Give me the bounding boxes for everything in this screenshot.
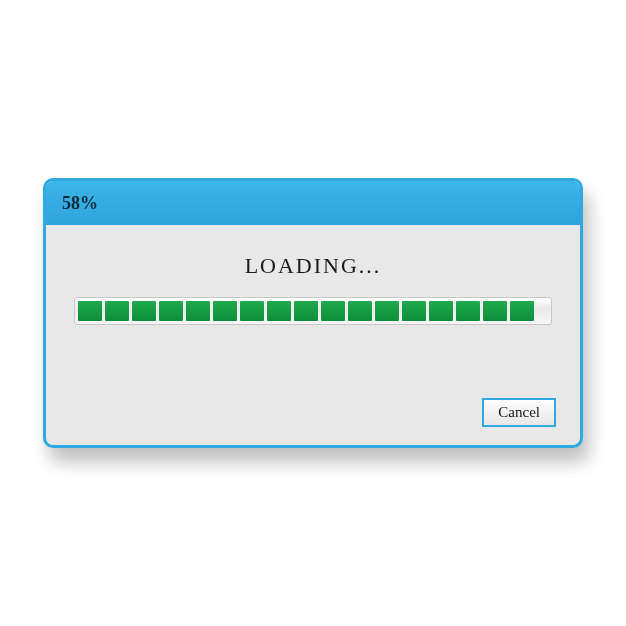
loading-dialog: 58% LOADING... Cancel	[43, 178, 583, 448]
button-row: Cancel	[482, 398, 556, 427]
dialog-content: LOADING... Cancel	[46, 225, 580, 445]
progress-segment	[429, 301, 453, 321]
cancel-button[interactable]: Cancel	[482, 398, 556, 427]
progress-segment	[483, 301, 507, 321]
titlebar: 58%	[46, 181, 580, 225]
progress-segment	[240, 301, 264, 321]
progress-segment	[456, 301, 480, 321]
progress-segment	[510, 301, 534, 321]
progress-segment	[402, 301, 426, 321]
progress-segment	[186, 301, 210, 321]
progress-segment	[321, 301, 345, 321]
progress-segment	[348, 301, 372, 321]
progress-segment	[267, 301, 291, 321]
loading-label: LOADING...	[245, 253, 382, 279]
progress-segment	[105, 301, 129, 321]
progress-segment	[132, 301, 156, 321]
progress-segment	[78, 301, 102, 321]
progress-segment	[213, 301, 237, 321]
progress-bar	[74, 297, 552, 325]
progress-segment	[375, 301, 399, 321]
progress-percent: 58%	[62, 193, 98, 214]
progress-segment	[159, 301, 183, 321]
progress-segment	[294, 301, 318, 321]
